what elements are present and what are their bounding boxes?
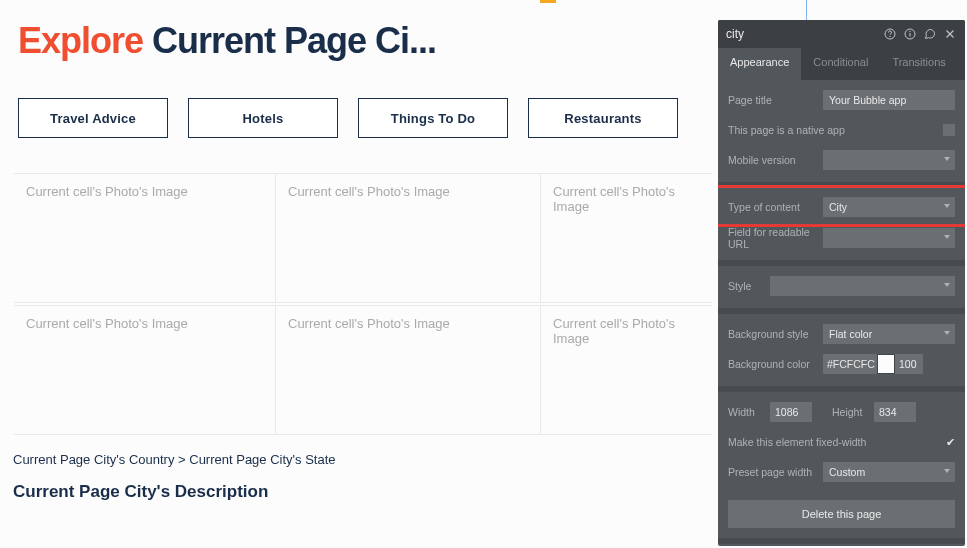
bg-style-label: Background style	[728, 328, 823, 340]
repeating-group-row-1[interactable]: Current cell's Photo's Image Current cel…	[14, 173, 712, 303]
bg-color-swatch[interactable]	[877, 354, 895, 374]
description-label[interactable]: Current Page City's Description	[13, 482, 268, 502]
fixed-width-check-icon[interactable]: ✔	[946, 436, 955, 449]
bg-color-label: Background color	[728, 358, 823, 370]
delete-page-button[interactable]: Delete this page	[728, 500, 955, 528]
grid-cell[interactable]: Current cell's Photo's Image	[541, 306, 712, 434]
tab-appearance[interactable]: Appearance	[718, 48, 801, 80]
preset-width-dropdown[interactable]: Custom	[823, 462, 955, 482]
panel-element-name: city	[726, 27, 744, 41]
guideline-marker-top	[540, 0, 556, 3]
type-of-content-label: Type of content	[728, 201, 823, 213]
width-label: Width	[728, 406, 770, 418]
heading-explore: Explore	[18, 20, 143, 61]
grid-cell[interactable]: Current cell's Photo's Image	[276, 174, 541, 302]
height-input[interactable]: 834	[874, 402, 916, 422]
panel-header[interactable]: city	[718, 20, 965, 48]
chevron-down-icon	[944, 204, 950, 208]
heading-rest: Current Page Ci...	[143, 20, 436, 61]
panel-tabs: Appearance Conditional Transitions	[718, 48, 965, 80]
svg-point-4	[910, 31, 911, 32]
mobile-version-label: Mobile version	[728, 154, 823, 166]
chevron-down-icon	[944, 331, 950, 335]
chevron-down-icon	[944, 157, 950, 161]
grid-cell[interactable]: Current cell's Photo's Image	[14, 174, 276, 302]
grid-cell[interactable]: Current cell's Photo's Image	[541, 174, 712, 302]
property-panel: city Appearance Conditional Transitions …	[718, 20, 965, 546]
height-label: Height	[832, 406, 874, 418]
help-icon[interactable]	[883, 27, 897, 41]
native-app-checkbox[interactable]	[943, 124, 955, 136]
page-title-label: Page title	[728, 94, 823, 106]
mobile-version-dropdown[interactable]	[823, 150, 955, 170]
style-dropdown[interactable]	[770, 276, 955, 296]
grid-cell[interactable]: Current cell's Photo's Image	[276, 306, 541, 434]
info-icon[interactable]	[903, 27, 917, 41]
seo-title-label: Title (for SEO / FB)	[718, 544, 965, 546]
chevron-down-icon	[944, 469, 950, 473]
width-input[interactable]: 1086	[770, 402, 812, 422]
repeating-group-row-2[interactable]: Current cell's Photo's Image Current cel…	[14, 305, 712, 435]
grid-cell[interactable]: Current cell's Photo's Image	[14, 306, 276, 434]
nav-restaurants[interactable]: Restaurants	[528, 98, 678, 138]
chevron-down-icon	[944, 283, 950, 287]
native-app-label: This page is a native app	[728, 124, 943, 136]
type-of-content-highlight: Type of content City	[718, 185, 965, 227]
fixed-width-label: Make this element fixed-width	[728, 436, 946, 448]
bg-style-dropdown[interactable]: Flat color	[823, 324, 955, 344]
type-of-content-dropdown[interactable]: City	[823, 197, 955, 217]
chevron-down-icon	[944, 235, 950, 239]
readable-url-dropdown[interactable]	[823, 228, 955, 248]
page-title[interactable]: Explore Current Page Ci...	[18, 20, 436, 62]
comment-icon[interactable]	[923, 27, 937, 41]
style-label: Style	[728, 280, 770, 292]
page-title-input[interactable]: Your Bubble app	[823, 90, 955, 110]
svg-point-1	[890, 36, 891, 37]
nav-button-row: Travel Advice Hotels Things To Do Restau…	[18, 98, 678, 138]
preset-width-label: Preset page width	[728, 466, 823, 478]
breadcrumb[interactable]: Current Page City's Country > Current Pa…	[13, 452, 336, 467]
bg-color-hex-input[interactable]: #FCFCFC	[823, 354, 877, 374]
nav-travel-advice[interactable]: Travel Advice	[18, 98, 168, 138]
nav-hotels[interactable]: Hotels	[188, 98, 338, 138]
tab-transitions[interactable]: Transitions	[880, 48, 957, 80]
tab-conditional[interactable]: Conditional	[801, 48, 880, 80]
nav-things-to-do[interactable]: Things To Do	[358, 98, 508, 138]
readable-url-label: Field for readable URL	[728, 226, 823, 250]
bg-color-alpha-input[interactable]: 100	[895, 354, 923, 374]
close-icon[interactable]	[943, 27, 957, 41]
